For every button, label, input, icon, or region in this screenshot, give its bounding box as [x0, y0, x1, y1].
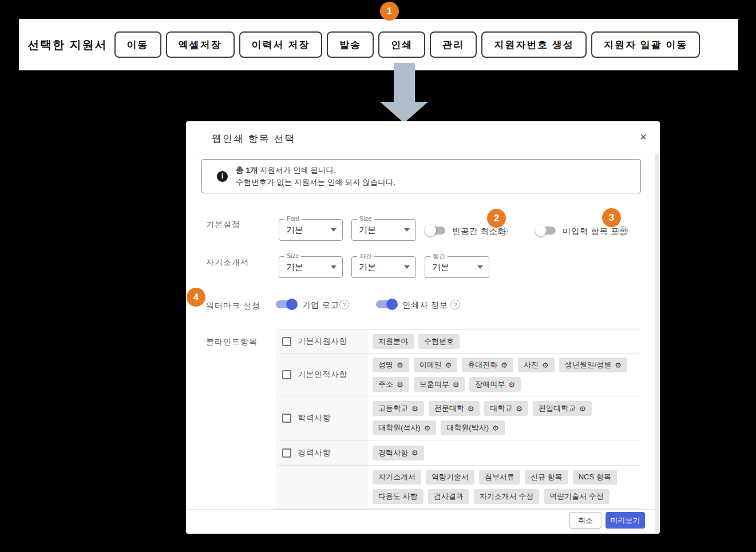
- blind-row: 자기소개서역량기술서첨부서류신규 항목NCS 항목다용도 사항검사결과자기소개서…: [276, 465, 641, 509]
- line-spacing-legend: 행간: [430, 252, 448, 261]
- down-arrow-icon: [380, 102, 428, 123]
- chip-line: 주소⚙보훈여부⚙장애여부⚙: [373, 377, 641, 392]
- excel-save-button[interactable]: 엑셀저장: [166, 31, 235, 58]
- gear-icon[interactable]: ⚙: [411, 405, 418, 412]
- gear-icon[interactable]: ⚙: [397, 362, 403, 369]
- blind-item-chip[interactable]: 경력사항⚙: [373, 446, 424, 460]
- move-button[interactable]: 이동: [114, 31, 161, 58]
- size-select[interactable]: Size 기본: [351, 219, 416, 241]
- help-icon[interactable]: [450, 300, 460, 309]
- blind-item-chip[interactable]: NCS 항목: [573, 470, 617, 485]
- line-spacing-select[interactable]: 행간 기본: [425, 256, 489, 278]
- help-icon[interactable]: [618, 226, 628, 236]
- blind-item-chip[interactable]: 다용도 사항: [373, 489, 423, 504]
- chip-label: 수험번호: [424, 336, 454, 347]
- gear-icon[interactable]: ⚙: [508, 381, 515, 388]
- chip-label: 경력사항: [378, 448, 408, 458]
- help-icon[interactable]: [498, 226, 508, 236]
- help-icon[interactable]: [339, 300, 349, 309]
- cover-size-select[interactable]: Size 기본: [279, 256, 343, 278]
- modal-scrollbar[interactable]: [655, 154, 659, 533]
- blind-row: 학력사항고등학교⚙전문대학⚙대학교⚙편입대학교⚙대학원(석사)⚙대학원(박사)⚙: [276, 396, 641, 440]
- gear-icon[interactable]: ⚙: [397, 381, 403, 388]
- blind-item-chip[interactable]: 검사결과: [428, 489, 469, 504]
- blind-row-header: 학력사항: [276, 396, 368, 440]
- gear-icon[interactable]: ⚙: [453, 381, 460, 388]
- chip-label: 역량기술서 수정: [549, 491, 604, 502]
- printer-info-toggle[interactable]: [375, 299, 398, 310]
- blind-item-chip[interactable]: 대학원(석사)⚙: [373, 420, 436, 435]
- blind-item-chip[interactable]: 지원분야: [373, 334, 414, 349]
- font-select-legend: Font: [284, 215, 302, 222]
- chip-line: 경력사항⚙: [373, 446, 641, 460]
- send-button[interactable]: 발송: [327, 31, 374, 58]
- blind-item-chip[interactable]: 편입대학교⚙: [533, 401, 592, 416]
- generate-applicant-number-button[interactable]: 지원자번호 생성: [481, 31, 587, 58]
- chip-label: 이메일: [419, 360, 442, 370]
- preview-button[interactable]: 미리보기: [605, 512, 645, 529]
- chip-line: 대학원(석사)⚙대학원(박사)⚙: [373, 420, 641, 435]
- blind-group-label: 기본지원사항: [298, 336, 347, 347]
- checkbox[interactable]: [282, 414, 291, 423]
- blind-item-chip[interactable]: 대학교⚙: [484, 401, 528, 416]
- blind-row: 기본지원사항지원분야수험번호: [276, 329, 641, 353]
- cancel-button[interactable]: 취소: [569, 512, 601, 529]
- blind-item-chip[interactable]: 전문대학⚙: [429, 401, 480, 416]
- blind-chip-area: 자기소개서역량기술서첨부서류신규 항목NCS 항목다용도 사항검사결과자기소개서…: [368, 466, 641, 508]
- blind-item-chip[interactable]: 첨부서류: [479, 470, 520, 485]
- blind-chip-area: 고등학교⚙전문대학⚙대학교⚙편입대학교⚙대학원(석사)⚙대학원(박사)⚙: [368, 396, 641, 440]
- toggle-knob: [286, 299, 298, 310]
- gear-icon[interactable]: ⚙: [501, 362, 508, 369]
- gear-icon[interactable]: ⚙: [445, 362, 452, 369]
- minimize-blank-space-toggle[interactable]: [425, 225, 448, 236]
- blind-item-chip[interactable]: 장애여부⚙: [469, 377, 521, 392]
- blind-row-header: [276, 466, 368, 508]
- toggle-knob: [425, 225, 436, 236]
- chip-line: 자기소개서역량기술서첨부서류신규 항목NCS 항목: [373, 470, 641, 485]
- blind-item-chip[interactable]: 휴대전화⚙: [462, 358, 513, 372]
- size-select-legend: Size: [357, 215, 374, 222]
- callout-badge-3: 3: [602, 208, 621, 227]
- checkbox[interactable]: [282, 370, 291, 379]
- font-select[interactable]: Font 기본: [279, 219, 343, 241]
- gear-icon[interactable]: ⚙: [411, 449, 418, 456]
- resume-save-button[interactable]: 이력서 저장: [239, 31, 323, 58]
- blind-item-chip[interactable]: 이메일⚙: [414, 358, 458, 372]
- gear-icon[interactable]: ⚙: [542, 362, 549, 369]
- chip-label: 장애여부: [475, 379, 505, 390]
- manage-button[interactable]: 관리: [430, 31, 477, 58]
- gear-icon[interactable]: ⚙: [516, 405, 523, 412]
- blind-item-chip[interactable]: 사진⚙: [518, 358, 555, 372]
- close-icon[interactable]: ✕: [640, 132, 647, 142]
- callout-badge-2: 2: [487, 209, 506, 228]
- chip-label: 고등학교: [378, 403, 408, 414]
- gear-icon[interactable]: ⚙: [424, 424, 431, 432]
- print-button[interactable]: 인쇄: [378, 31, 425, 58]
- blind-item-chip[interactable]: 생년월일/성별⚙: [559, 358, 627, 372]
- blind-item-chip[interactable]: 성명⚙: [373, 358, 409, 372]
- letter-spacing-select[interactable]: 자간 기본: [351, 256, 416, 278]
- blind-item-chip[interactable]: 역량기술서 수정: [544, 489, 609, 504]
- blind-items-table: 기본지원사항지원분야수험번호기본인적사항성명⚙이메일⚙휴대전화⚙사진⚙생년월일/…: [276, 329, 641, 509]
- chevron-down-icon: [477, 265, 483, 269]
- checkbox[interactable]: [282, 337, 291, 346]
- blind-row: 경력사항경력사항⚙: [276, 440, 641, 465]
- blind-item-chip[interactable]: 주소⚙: [373, 377, 409, 392]
- gear-icon[interactable]: ⚙: [615, 362, 622, 369]
- blind-item-chip[interactable]: 수험번호: [418, 334, 460, 349]
- blind-item-chip[interactable]: 자기소개서 수정: [474, 489, 540, 504]
- blind-item-chip[interactable]: 고등학교⚙: [373, 401, 424, 416]
- blind-item-chip[interactable]: 역량기술서: [426, 470, 474, 485]
- blind-item-chip[interactable]: 보훈여부⚙: [414, 377, 465, 392]
- checkbox[interactable]: [282, 448, 291, 458]
- include-empty-fields-toggle[interactable]: [535, 225, 558, 236]
- blind-item-chip[interactable]: 신규 항목: [525, 470, 568, 485]
- company-logo-toggle[interactable]: [275, 299, 298, 310]
- blind-group-label: 경력사항: [298, 448, 331, 458]
- blind-item-chip[interactable]: 대학원(박사)⚙: [441, 420, 504, 435]
- gear-icon[interactable]: ⚙: [579, 405, 586, 412]
- gear-icon[interactable]: ⚙: [492, 424, 499, 432]
- bulk-move-applicants-button[interactable]: 지원자 일괄 이동: [591, 31, 700, 58]
- gear-icon[interactable]: ⚙: [468, 405, 474, 412]
- blind-item-chip[interactable]: 자기소개서: [373, 470, 421, 485]
